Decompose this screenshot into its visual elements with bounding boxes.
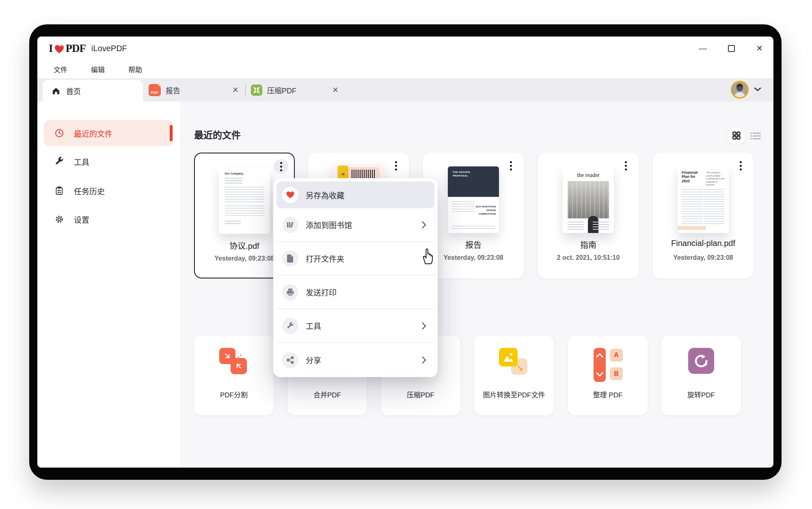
context-menu-item-save-as-favorite[interactable]: 另存為收藏 xyxy=(276,181,434,208)
maximize-button[interactable] xyxy=(728,45,735,52)
chevron-right-icon xyxy=(421,356,427,364)
file-card-report[interactable]: THE DESIGNPROPOSAL ECO MARATHON DESIGN C… xyxy=(423,153,524,278)
logo-i: I xyxy=(49,42,53,55)
menu-help[interactable]: 帮助 xyxy=(128,64,142,74)
minimize-button[interactable]: — xyxy=(699,44,707,52)
file-date: 2 oct. 2021, 10:51:10 xyxy=(538,254,639,261)
tool-card-image-to-pdf[interactable]: ↘ 图片转换至PDF文件 xyxy=(474,336,554,415)
file-date: Yesterday, 09:23:08 xyxy=(653,254,754,261)
file-name: 指南 xyxy=(538,239,639,250)
context-menu-item-open-folder[interactable]: 打开文件夹 xyxy=(276,242,434,276)
thumb-highlight xyxy=(678,226,706,230)
letter-b-cell: B xyxy=(610,367,623,380)
tool-card-split-pdf[interactable]: PDF分割 xyxy=(194,336,274,415)
sidebar-item-settings[interactable]: 设置 xyxy=(44,206,173,232)
home-icon xyxy=(52,86,60,95)
sidebar-item-label: 最近的文件 xyxy=(74,128,112,139)
file-card-financial-plan[interactable]: Financial Plan for 2022 "Our company's g… xyxy=(653,153,754,278)
compress-icon xyxy=(251,84,262,96)
app-window: I PDF iLovePDF — ✕ 文件 编辑 帮助 xyxy=(37,37,773,468)
pdf-file-icon: PDF xyxy=(149,84,161,96)
menu-item-label: 分享 xyxy=(306,354,321,365)
sidebar-item-label: 任务历史 xyxy=(74,185,105,196)
grid-view-button[interactable] xyxy=(728,127,745,144)
organize-pdf-icon: A B xyxy=(594,348,622,382)
kebab-menu-icon[interactable] xyxy=(274,159,288,174)
tool-card-rotate-pdf[interactable]: 旋转PDF xyxy=(661,336,741,415)
tab-report-label: 报告 xyxy=(166,85,180,95)
share-icon xyxy=(282,352,298,368)
recent-files-title: 最近的文件 xyxy=(194,127,241,141)
menu-item-label: 工具 xyxy=(306,320,321,331)
tab-compress[interactable]: 压缩PDF ✕ xyxy=(248,78,344,101)
file-date: Yesterday, 09:23:08 xyxy=(423,254,524,261)
tool-label: 整理 PDF xyxy=(568,389,648,399)
file-thumbnail: Financial Plan for 2022 "Our company's g… xyxy=(678,166,729,233)
file-thumbnail: the reader xyxy=(563,166,614,233)
tab-report[interactable]: PDF 报告 ✕ xyxy=(144,78,244,101)
device-frame: I PDF iLovePDF — ✕ 文件 编辑 帮助 xyxy=(29,24,782,480)
menu-item-label: 打开文件夹 xyxy=(306,253,344,264)
sidebar: 最近的文件 工具 任务历史 xyxy=(37,101,180,468)
thumb-quote: "Our company's growth primarily increase… xyxy=(706,171,726,187)
letter-a-cell: A xyxy=(610,349,623,362)
thumb-title: the reader xyxy=(563,172,614,179)
wrench-icon xyxy=(54,157,64,166)
tool-label: PDF分割 xyxy=(194,389,274,399)
sidebar-item-tools[interactable]: 工具 xyxy=(44,149,173,175)
app-logo: I PDF iLovePDF xyxy=(49,42,127,55)
kebab-menu-icon[interactable] xyxy=(389,158,403,173)
context-menu-item-share[interactable]: 分享 xyxy=(276,343,434,377)
hand-cursor-icon xyxy=(419,247,436,265)
tool-label: 合并PDF xyxy=(287,389,367,399)
thumb-title: Financial Plan for 2022 xyxy=(682,170,704,183)
tab-report-close-icon[interactable]: ✕ xyxy=(232,85,239,95)
logo-pdf: PDF xyxy=(66,42,86,55)
menu-bar: 文件 编辑 帮助 xyxy=(37,60,773,78)
tool-label: 图片转换至PDF文件 xyxy=(474,389,554,399)
user-avatar[interactable] xyxy=(731,81,749,99)
thumb-title: Our Company xyxy=(225,172,243,175)
kebab-menu-icon[interactable] xyxy=(503,158,518,173)
split-pdf-icon xyxy=(219,348,248,377)
library-icon xyxy=(282,217,298,233)
file-name: 报告 xyxy=(423,239,524,250)
sidebar-item-recent-files[interactable]: 最近的文件 xyxy=(44,120,173,146)
file-thumbnail: THE DESIGNPROPOSAL ECO MARATHON DESIGN C… xyxy=(448,166,499,233)
sidebar-item-task-history[interactable]: 任务历史 xyxy=(44,178,173,204)
heart-icon xyxy=(282,187,298,203)
content-area: 最近的文件 工具 任务历史 xyxy=(37,101,773,468)
sidebar-item-label: 设置 xyxy=(74,214,89,225)
close-button[interactable]: ✕ xyxy=(756,44,763,52)
kebab-menu-icon[interactable] xyxy=(733,158,748,173)
wrench-icon xyxy=(282,318,298,334)
rotate-pdf-icon xyxy=(688,348,714,374)
tool-label: 旋转PDF xyxy=(661,389,741,399)
menu-edit[interactable]: 编辑 xyxy=(91,64,105,74)
printer-icon xyxy=(282,284,298,300)
list-view-button[interactable] xyxy=(748,130,764,142)
menu-item-label: 另存為收藏 xyxy=(306,190,344,201)
chevron-right-icon xyxy=(421,220,427,229)
thumb-side-text: ECO MARATHON DESIGN COMPETITION xyxy=(475,205,496,216)
clipboard-icon xyxy=(54,186,64,196)
heart-logo-icon xyxy=(54,45,64,54)
tool-card-organize-pdf[interactable]: A B 整理 PDF xyxy=(568,336,648,415)
tab-home-label: 首页 xyxy=(66,86,81,96)
menu-item-label: 添加到图书馆 xyxy=(306,219,352,230)
context-menu-item-tools[interactable]: 工具 xyxy=(276,309,434,343)
context-menu-item-send-to-print[interactable]: 发送打印 xyxy=(276,276,434,309)
tab-compress-close-icon[interactable]: ✕ xyxy=(332,85,339,95)
gear-icon xyxy=(54,214,64,224)
tab-compress-label: 压缩PDF xyxy=(267,85,296,95)
avatar-chevron-down-icon[interactable] xyxy=(754,86,762,92)
file-thumbnail: Our Company xyxy=(219,167,270,234)
app-title: iLovePDF xyxy=(91,44,127,53)
kebab-menu-icon[interactable] xyxy=(618,158,633,173)
tab-strip: 首页 PDF 报告 ✕ 压缩PDF ✕ xyxy=(37,78,773,101)
context-menu-item-add-to-library[interactable]: 添加到图书馆 xyxy=(276,208,434,242)
file-card-guide[interactable]: the reader 指南 2 oct. 2021, 10:51:10 xyxy=(538,153,639,278)
menu-file[interactable]: 文件 xyxy=(54,64,67,74)
tab-home[interactable]: 首页 xyxy=(43,80,143,101)
context-menu: 另存為收藏 添加到图书馆 打开文件夹 xyxy=(273,178,438,377)
